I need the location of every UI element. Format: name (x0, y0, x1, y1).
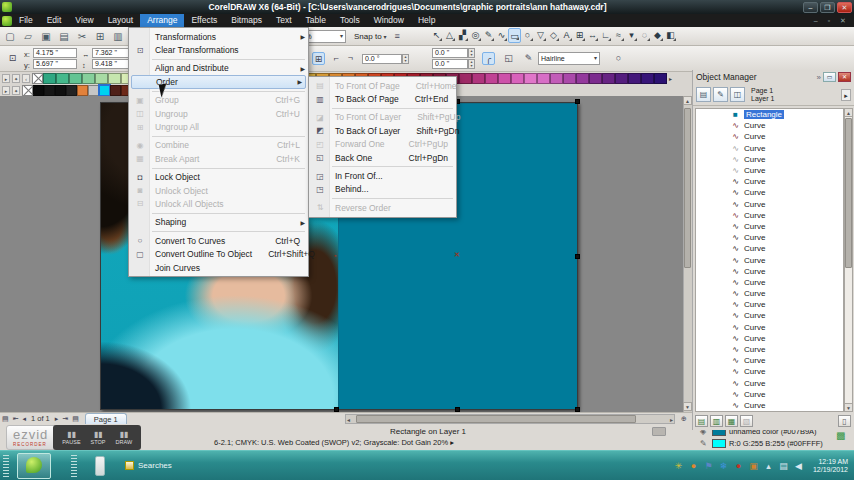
last-page-icon[interactable]: ⇥ (62, 415, 68, 423)
arrange-menu-item[interactable]: Order ▶ (131, 75, 306, 88)
palette-swatch[interactable] (82, 73, 95, 84)
save-button[interactable]: ▣ (38, 29, 54, 44)
copy-button[interactable]: ⊞ (92, 29, 108, 44)
object-row[interactable]: ∿ Curve (696, 232, 843, 243)
shape-tool[interactable]: △ (443, 28, 456, 43)
horizontal-scrollbar[interactable]: ◂ ▸ (345, 414, 675, 424)
object-row[interactable]: ∿ Curve (696, 322, 843, 333)
outline-color-swatch[interactable] (712, 439, 726, 448)
menu[interactable]: Bitmaps (224, 14, 269, 27)
arrange-menu-item[interactable]: ⊡ Clear Transformations ▶ (129, 43, 308, 56)
palette-swatch[interactable] (550, 73, 563, 84)
palette-swatch[interactable] (108, 73, 121, 84)
object-row[interactable]: ∿ Curve (696, 299, 843, 310)
arrange-menu-item[interactable]: ○ Convert To Curves Ctrl+Q ▶ (129, 234, 308, 247)
snap-to-button[interactable]: Snap to ▾ (354, 32, 387, 41)
spinner-up-down[interactable]: ▴▾ (468, 48, 475, 58)
order-menu-item[interactable]: ◪ To Front Of Layer Shift+PgUp ▶ (309, 111, 456, 124)
order-menu-item[interactable]: ⇅ Reverse Order ▶ (309, 201, 456, 214)
taskbar-coreldraw-button[interactable] (17, 453, 51, 479)
palette-swatch[interactable] (615, 73, 628, 84)
palette-swatch[interactable] (95, 73, 108, 84)
tray-flag-icon[interactable]: ⚑ (702, 461, 715, 471)
arrange-menu-item[interactable]: ▦ Break Apart Ctrl+K ▶ (129, 152, 308, 165)
corner-radius-bottom-field[interactable]: 0.0 " (432, 59, 468, 69)
palette-swatch[interactable] (602, 73, 615, 84)
polygon-tool[interactable]: ▽ (534, 28, 547, 43)
arrange-menu-item[interactable]: ▣ Group Ctrl+G ▶ (129, 94, 308, 107)
menu[interactable]: Edit (40, 14, 69, 27)
no-color-swatch[interactable] (32, 73, 43, 84)
layer-manager-view-button[interactable]: ◫ (730, 87, 745, 102)
doc-palette-swatch[interactable] (33, 85, 44, 96)
doc-palette-swatch[interactable] (99, 85, 110, 96)
new-master-layer-all-button[interactable]: ▥ (710, 415, 723, 427)
palette-swatch[interactable] (485, 73, 498, 84)
palette-swatch[interactable] (56, 73, 69, 84)
order-menu-item[interactable]: ◱ Back One Ctrl+PgDn ▶ (309, 151, 456, 164)
arrange-menu-item[interactable] (152, 136, 305, 137)
object-row[interactable]: ∿ Curve (696, 176, 843, 187)
new-master-layer-current-button[interactable]: ▦ (725, 415, 738, 427)
taskbar-searches-button[interactable]: Searches (119, 453, 178, 479)
object-origin-button[interactable]: ⊡ (6, 52, 19, 65)
palette-scroll-left-button[interactable]: ‹ (22, 74, 30, 83)
object-row[interactable]: ∿ Curve (696, 120, 843, 131)
order-menu-item[interactable]: ◲ In Front Of... ▶ (309, 169, 456, 182)
menu[interactable]: File (12, 14, 40, 27)
tray-red-status-icon[interactable]: ● (732, 461, 745, 471)
basic-shapes-tool[interactable]: ◇ (547, 28, 560, 43)
arrange-menu-item[interactable]: ⊟ Unlock All Objects ▶ (129, 197, 308, 210)
scroll-down-icon[interactable]: ▼ (844, 403, 853, 412)
mirror-horizontal-button[interactable]: ⌐ (330, 52, 343, 65)
arrange-menu-item[interactable]: Shaping ▶ (129, 216, 308, 229)
object-row[interactable]: ∿ Curve (696, 143, 843, 154)
profile-expand-icon[interactable]: ▸ (450, 438, 454, 447)
x-position-field[interactable]: 4.175 " (33, 48, 77, 58)
arrange-menu-item[interactable]: Transformations ▶ (129, 30, 308, 43)
page-label[interactable]: Page 1 (751, 87, 774, 95)
doc-palette-options-button[interactable]: ▸ (2, 86, 10, 95)
palette-eyedropper-icon[interactable]: ✦ (12, 74, 20, 83)
add-page-icon[interactable]: ▤ (2, 415, 9, 423)
object-center-marker[interactable]: ✕ (454, 251, 460, 259)
arrange-menu-item[interactable]: ◙ Unlock Object ▶ (129, 184, 308, 197)
close-button[interactable]: ✕ (837, 2, 852, 13)
show-properties-button[interactable]: ▤ (696, 87, 711, 102)
object-row[interactable]: ∿ Curve (696, 389, 843, 400)
minimize-button[interactable]: ‒ (803, 2, 818, 13)
order-menu-item[interactable] (332, 108, 453, 109)
object-row[interactable]: ∿ Curve (696, 378, 843, 389)
palette-swatch[interactable] (43, 73, 56, 84)
docker-chevron-icon[interactable]: » (817, 73, 821, 82)
object-row[interactable]: ∿ Curve (696, 366, 843, 377)
palette-swatch[interactable] (498, 73, 511, 84)
order-menu-item[interactable]: ◩ To Back Of Layer Shift+PgDn ▶ (309, 124, 456, 137)
tray-orange-app-icon[interactable]: ● (687, 461, 700, 471)
object-row[interactable]: ∿ Curve (696, 266, 843, 277)
doc-palette-swatch[interactable] (88, 85, 99, 96)
doc-palette-swatch[interactable] (110, 85, 121, 96)
arrange-menu-item[interactable]: ◉ Combine Ctrl+L ▶ (129, 139, 308, 152)
order-menu-item[interactable]: ◰ Forward One Ctrl+PgUp ▶ (309, 138, 456, 151)
dimension-tool[interactable]: ↔ (586, 28, 599, 43)
zoom-tool[interactable]: ◎ (469, 28, 482, 43)
menu[interactable]: Table (299, 14, 333, 27)
docker-collapse-button[interactable]: ▭ (823, 72, 836, 82)
relative-corner-button[interactable]: ◱ (502, 52, 515, 65)
document-palette-icon[interactable]: ▩ (836, 430, 845, 441)
corner-radius-top-field[interactable]: 0.0 " (432, 48, 468, 58)
ezvid-button[interactable]: STOP (91, 430, 106, 445)
delete-icon[interactable]: ▯ (838, 415, 851, 427)
no-color-swatch[interactable] (22, 85, 33, 96)
arrange-menu-item[interactable] (152, 168, 305, 169)
tray-color-wheel-icon[interactable]: ✳ (672, 461, 685, 471)
eyedropper-tool[interactable]: ▾ (625, 28, 638, 43)
previous-page-icon[interactable]: ◂ (23, 415, 27, 423)
object-row[interactable]: ∿ Curve (696, 243, 843, 254)
object-list-scrollbar[interactable]: ▲ ▼ (844, 108, 853, 412)
palette-swatch[interactable] (537, 73, 550, 84)
menu[interactable]: Arrange (140, 14, 184, 27)
palette-swatch[interactable] (576, 73, 589, 84)
tray-updater-icon[interactable]: ▣ (747, 461, 760, 471)
